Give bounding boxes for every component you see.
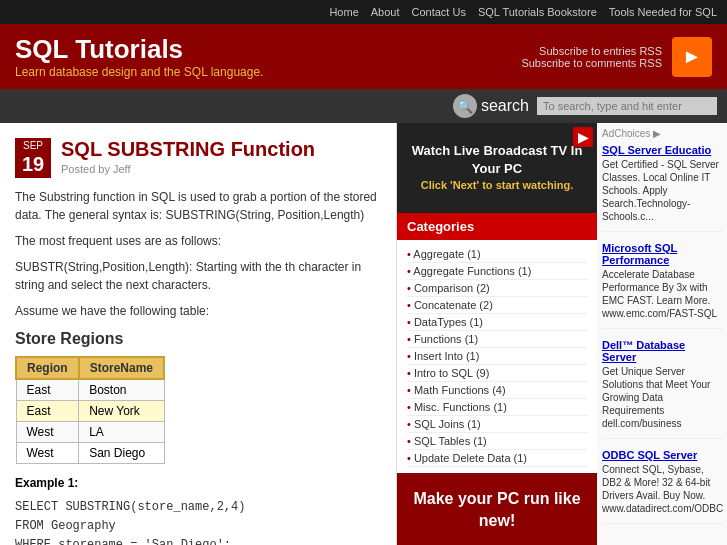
sidebar: Watch Live Broadcast TV In Your PC Click… — [397, 123, 597, 545]
site-header: SQL Tutorials Learn database design and … — [0, 24, 727, 89]
table-cell: San Diego — [79, 443, 164, 464]
ad-title[interactable]: ODBC SQL Server — [602, 449, 722, 461]
rss-comments-link[interactable]: Subscribe to comments RSS — [521, 57, 662, 69]
top-navigation: Home About Contact Us SQL Tutorials Book… — [0, 0, 727, 24]
ad-desc: Connect SQL, Sybase, DB2 & More! 32 & 64… — [602, 463, 722, 515]
date-day: 19 — [19, 152, 47, 176]
code-block: SELECT SUBSTRING(store_name,2,4) FROM Ge… — [15, 498, 381, 545]
body-para-4: Assume we have the following table: — [15, 302, 381, 320]
body-para-1: The Substring function in SQL is used to… — [15, 188, 381, 224]
category-item: SQL Tables (1) — [407, 433, 587, 450]
example-label: Example 1: — [15, 476, 381, 490]
site-subtitle: Learn database design and the SQL langua… — [15, 65, 263, 79]
table-row: WestLA — [16, 422, 164, 443]
category-link-item[interactable]: Insert Into (1) — [414, 350, 479, 362]
category-item: Insert Into (1) — [407, 348, 587, 365]
article-meta: Posted by Jeff — [15, 163, 381, 175]
category-link-item[interactable]: Update Delete Data (1) — [414, 452, 527, 464]
category-link-item[interactable]: Aggregate Functions (1) — [413, 265, 531, 277]
article-header: SEP 19 SQL SUBSTRING Function Posted by … — [15, 138, 381, 178]
ad-item: Dell™ Database ServerGet Unique Server S… — [602, 339, 722, 439]
right-sidebar: AdChoices ▶ SQL Server EducatioGet Certi… — [597, 123, 727, 545]
category-link-item[interactable]: Intro to SQL (9) — [414, 367, 489, 379]
article-body: The Substring function in SQL is used to… — [15, 188, 381, 320]
header-rss: Subscribe to entries RSS Subscribe to co… — [521, 37, 712, 77]
category-item: Update Delete Data (1) — [407, 450, 587, 467]
code-line-1: SELECT SUBSTRING(store_name,2,4) — [15, 498, 381, 517]
nav-bookstore[interactable]: SQL Tutorials Bookstore — [478, 6, 597, 18]
category-item: SQL Joins (1) — [407, 416, 587, 433]
ad-choices-text: AdChoices — [602, 128, 650, 139]
category-link-item[interactable]: Concatenate (2) — [414, 299, 493, 311]
search-bar: 🔍 search — [0, 89, 727, 123]
table-cell: New York — [79, 401, 164, 422]
code-line-2: FROM Geography — [15, 517, 381, 536]
category-item: Misc. Functions (1) — [407, 399, 587, 416]
category-link-item[interactable]: SQL Joins (1) — [414, 418, 481, 430]
rss-entries-link[interactable]: Subscribe to entries RSS — [521, 45, 662, 57]
table-cell: West — [16, 422, 79, 443]
category-item: Comparison (2) — [407, 280, 587, 297]
main-layout: SEP 19 SQL SUBSTRING Function Posted by … — [0, 123, 727, 545]
code-line-3: WHERE storename = 'San Diego'; — [15, 536, 381, 545]
table-row: WestSan Diego — [16, 443, 164, 464]
category-item: DataTypes (1) — [407, 314, 587, 331]
table-cell: East — [16, 401, 79, 422]
site-title: SQL Tutorials — [15, 34, 263, 65]
banner-sub: Click 'Next' to start watching. — [397, 178, 597, 193]
col-storename: StoreName — [79, 357, 164, 379]
search-icon: 🔍 — [453, 94, 477, 118]
body-para-3: SUBSTR(String,Position,Length): Starting… — [15, 258, 381, 294]
ad-choices-icon: ▶ — [653, 128, 661, 139]
categories-list: Aggregate (1)Aggregate Functions (1)Comp… — [397, 240, 597, 473]
ad-title[interactable]: Microsoft SQL Performance — [602, 242, 722, 266]
category-link-item[interactable]: Functions (1) — [414, 333, 478, 345]
category-item: Aggregate Functions (1) — [407, 263, 587, 280]
date-badge: SEP 19 — [15, 138, 51, 178]
ad-item: Microsoft SQL PerformanceAccelerate Data… — [602, 242, 722, 329]
ad-item: ODBC SQL ServerConnect SQL, Sybase, DB2 … — [602, 449, 722, 524]
ad-desc: Accelerate Database Performance By 3x wi… — [602, 268, 722, 320]
table-cell: Boston — [79, 379, 164, 401]
ad-choices-label: AdChoices ▶ — [602, 128, 722, 139]
site-branding: SQL Tutorials Learn database design and … — [15, 34, 263, 79]
pc-ad: Make your PC run like new! — [397, 473, 597, 545]
date-month: SEP — [19, 140, 47, 152]
table-cell: East — [16, 379, 79, 401]
article-title: SQL SUBSTRING Function — [15, 138, 381, 161]
category-link-item[interactable]: Misc. Functions (1) — [414, 401, 507, 413]
body-para-2: The most frequent uses are as follows: — [15, 232, 381, 250]
nav-tools[interactable]: Tools Needed for SQL — [609, 6, 717, 18]
table-cell: West — [16, 443, 79, 464]
category-link-item[interactable]: Comparison (2) — [414, 282, 490, 294]
nav-contact[interactable]: Contact Us — [412, 6, 466, 18]
ad-desc: Get Unique Server Solutions that Meet Yo… — [602, 365, 722, 430]
article-content: SEP 19 SQL SUBSTRING Function Posted by … — [0, 123, 397, 545]
category-item: Functions (1) — [407, 331, 587, 348]
ad-item: SQL Server EducatioGet Certified - SQL S… — [602, 144, 722, 232]
search-text: search — [481, 97, 529, 115]
store-regions-table: Region StoreName EastBostonEastNew YorkW… — [15, 356, 165, 464]
categories-box: Categories — [397, 213, 597, 240]
category-item: Intro to SQL (9) — [407, 365, 587, 382]
category-link-item[interactable]: SQL Tables (1) — [414, 435, 487, 447]
ad-desc: Get Certified - SQL Server Classes. Loca… — [602, 158, 722, 223]
category-link-item[interactable]: Math Functions (4) — [414, 384, 506, 396]
store-table-body: EastBostonEastNew YorkWestLAWestSan Dieg… — [16, 379, 164, 464]
nav-home[interactable]: Home — [329, 6, 358, 18]
table-row: EastNew York — [16, 401, 164, 422]
rss-icon: ► — [672, 37, 712, 77]
search-label: 🔍 search — [453, 94, 529, 118]
search-input[interactable] — [537, 97, 717, 115]
sidebar-banner-text: Watch Live Broadcast TV In Your PC Click… — [397, 142, 597, 194]
category-link-item[interactable]: DataTypes (1) — [414, 316, 483, 328]
flash-icon: ▶ — [573, 127, 593, 147]
category-item: Aggregate (1) — [407, 246, 587, 263]
categories-title: Categories — [407, 219, 587, 234]
ad-title[interactable]: Dell™ Database Server — [602, 339, 722, 363]
category-item: Concatenate (2) — [407, 297, 587, 314]
rss-links: Subscribe to entries RSS Subscribe to co… — [521, 45, 662, 69]
category-link-item[interactable]: Aggregate (1) — [413, 248, 480, 260]
ad-title[interactable]: SQL Server Educatio — [602, 144, 722, 156]
nav-about[interactable]: About — [371, 6, 400, 18]
